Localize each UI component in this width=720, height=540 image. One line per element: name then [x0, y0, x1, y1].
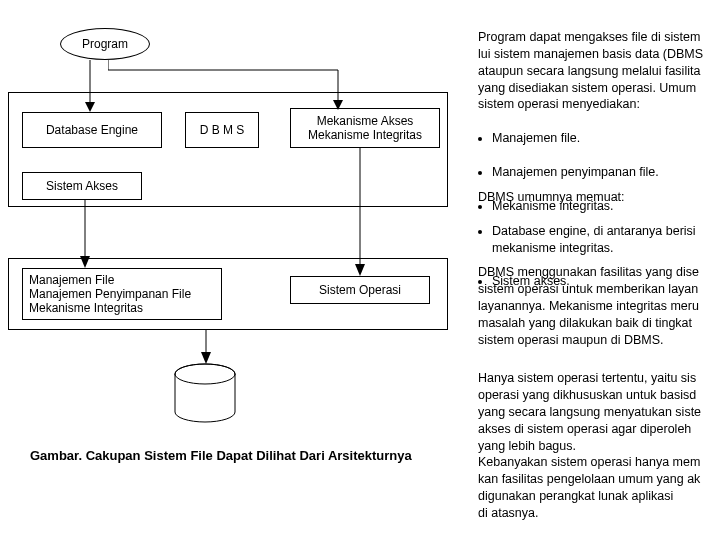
os-line1: Manajemen File — [29, 273, 215, 287]
svg-marker-6 — [333, 100, 343, 110]
arrow-sistemakses-to-os — [75, 200, 95, 273]
paragraph-3: DBMS menggunakan fasilitas yang dise sis… — [478, 264, 720, 348]
arrow-program-to-mekanisme — [108, 60, 358, 117]
svg-marker-3 — [85, 102, 95, 112]
os-line3: Mekanisme Integritas — [29, 301, 215, 315]
svg-marker-11 — [355, 264, 365, 276]
mekanisme-line2: Mekanisme Integritas — [308, 128, 422, 142]
database-engine-label: Database Engine — [46, 123, 138, 137]
os-management-node: Manajemen File Manajemen Penyimpanan Fil… — [22, 268, 222, 320]
svg-marker-13 — [201, 352, 211, 364]
program-label: Program — [82, 37, 128, 51]
arrow-os-to-cylinder — [196, 330, 216, 369]
dbms-node: D B M S — [185, 112, 259, 148]
sistem-operasi-label: Sistem Operasi — [319, 283, 401, 297]
dbms-label: D B M S — [200, 123, 245, 137]
p2-intro: DBMS umumnya memuat: — [478, 190, 625, 204]
diagram-caption: Gambar. Cakupan Sistem File Dapat Diliha… — [30, 448, 412, 463]
os-line2: Manajemen Penyimpanan File — [29, 287, 215, 301]
p1-b1: Manajemen file. — [492, 130, 720, 147]
sistem-akses-node: Sistem Akses — [22, 172, 142, 200]
p2-b1: Database engine, di antaranya berisi mek… — [492, 223, 720, 257]
p1-intro: Program dapat mengakses file di sistem l… — [478, 30, 703, 112]
caption-text: Gambar. Cakupan Sistem File Dapat Diliha… — [30, 448, 412, 463]
arrow-mekanisme-to-os — [350, 148, 370, 281]
sistem-akses-label: Sistem Akses — [46, 179, 118, 193]
database-cylinder-icon — [170, 362, 240, 426]
arrow-program-to-dbengine — [80, 60, 100, 117]
program-node: Program — [60, 28, 150, 60]
database-engine-node: Database Engine — [22, 112, 162, 148]
paragraph-4: Hanya sistem operasi tertentu, yaitu sis… — [478, 370, 720, 522]
svg-marker-9 — [80, 256, 90, 268]
